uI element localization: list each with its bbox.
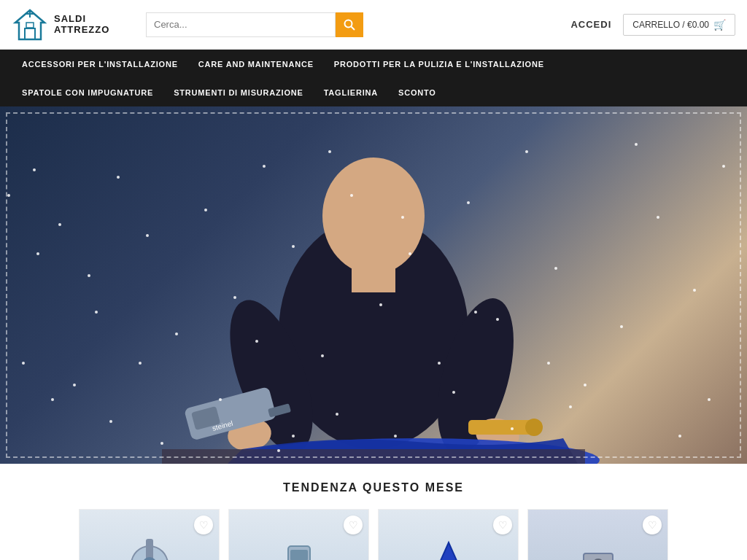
wishlist-3[interactable]: ♡ xyxy=(493,516,512,534)
product-card-4: ♡ In offerta! xyxy=(527,509,668,560)
svg-point-5 xyxy=(345,20,352,27)
svg-point-19 xyxy=(525,419,543,436)
product-card-2: ♡ In offerta! xyxy=(228,509,369,560)
nav-row1: ACCESSORI PER L'INSTALLAZIONE CARE AND M… xyxy=(0,50,747,79)
product-tool-icon-2 xyxy=(270,532,328,560)
wishlist-1[interactable]: ♡ xyxy=(194,516,213,534)
trending-section: TENDENZA QUESTO MESE ♡ In offerta! xyxy=(0,464,747,560)
site-header: SALDI ATTREZZO ACCEDI CARRELLO / €0.00 🛒 xyxy=(0,0,747,50)
nav-item-care[interactable]: CARE AND MAINTENANCE xyxy=(188,50,324,79)
svg-rect-18 xyxy=(468,420,534,435)
svg-rect-21 xyxy=(162,449,585,464)
nav-item-strumenti[interactable]: STRUMENTI DI MISURAZIONE xyxy=(163,78,313,107)
search-input[interactable] xyxy=(146,12,336,37)
product-card-3: ♡ In offerta! xyxy=(378,509,519,560)
nav-item-taglierina[interactable]: TAGLIERINA xyxy=(314,78,388,107)
product-tool-icon-1 xyxy=(120,532,179,560)
logo-subtext: ATTREZZO xyxy=(54,25,109,35)
product-card-1: ♡ In offerta! xyxy=(79,509,220,560)
logo-text: SALDI xyxy=(54,14,109,24)
cart-label: CARRELLO / €0.00 xyxy=(632,20,709,30)
wishlist-4[interactable]: ♡ xyxy=(643,516,662,534)
svg-rect-23 xyxy=(146,539,153,560)
nav-row2: SPATOLE CON IMPUGNATURE STRUMENTI DI MIS… xyxy=(0,79,747,106)
nav-item-sconto[interactable]: SCONTO xyxy=(388,78,446,107)
cart-icon: 🛒 xyxy=(713,19,726,31)
trending-title: TENDENZA QUESTO MESE xyxy=(12,481,735,494)
svg-line-6 xyxy=(352,26,355,30)
svg-rect-9 xyxy=(352,263,395,292)
accedi-link[interactable]: ACCEDI xyxy=(570,19,611,30)
product-tool-icon-4 xyxy=(569,532,627,560)
logo-icon xyxy=(12,7,48,43)
hero-worker: steinel xyxy=(125,128,622,464)
cart-button[interactable]: CARRELLO / €0.00 🛒 xyxy=(623,14,735,36)
search-area xyxy=(146,12,438,37)
search-button[interactable] xyxy=(336,12,363,37)
svg-point-8 xyxy=(322,158,425,274)
svg-rect-1 xyxy=(25,28,35,39)
products-row: ♡ In offerta! ♡ In offerta! xyxy=(12,509,735,560)
nav-item-accessories[interactable]: ACCESSORI PER L'INSTALLAZIONE xyxy=(12,50,188,79)
hero-banner: steinel xyxy=(0,106,747,464)
logo[interactable]: SALDI ATTREZZO xyxy=(12,7,128,43)
header-right: ACCEDI CARRELLO / €0.00 🛒 xyxy=(570,14,735,36)
search-icon xyxy=(344,19,355,31)
product-tool-icon-3 xyxy=(419,532,478,560)
nav-item-spatole[interactable]: SPATOLE CON IMPUGNATURE xyxy=(12,78,163,107)
wishlist-2[interactable]: ♡ xyxy=(344,516,363,534)
svg-rect-2 xyxy=(26,23,34,28)
main-nav: ACCESSORI PER L'INSTALLAZIONE CARE AND M… xyxy=(0,50,747,106)
nav-item-cleaning[interactable]: PRODOTTI PER LA PULIZIA E L'INSTALLAZION… xyxy=(324,50,554,79)
svg-rect-27 xyxy=(290,550,308,560)
